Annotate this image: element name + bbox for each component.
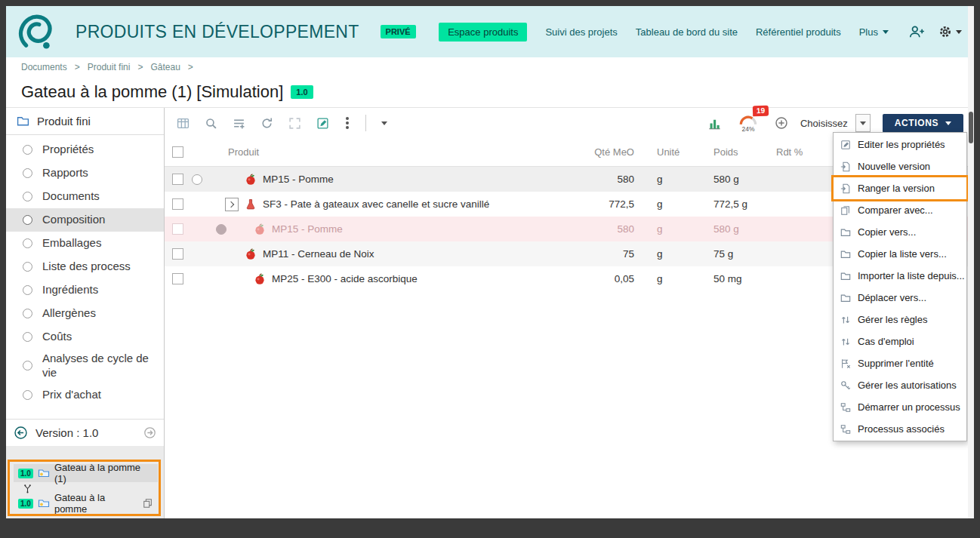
sidebar: Produit fini Propriétés Rapports Documen… (6, 108, 165, 518)
sidebar-root-produit-fini[interactable]: Produit fini (6, 108, 164, 135)
menu-item-cas-d-emploi[interactable]: Cas d'emploi (834, 330, 966, 352)
sidebar-item-composition[interactable]: Composition (6, 208, 164, 232)
header-icons (908, 25, 962, 38)
toolbar-dropdown-icon[interactable] (381, 121, 387, 125)
sidebar-item-emballages[interactable]: Emballages (6, 232, 164, 255)
flask-icon (245, 198, 257, 211)
column-header-produit[interactable]: Produit (186, 146, 542, 158)
nav-plus-menu[interactable]: Plus (859, 26, 889, 38)
unit-value: g (640, 174, 697, 185)
app-window: PRODUITS EN DÉVELOPPEMENT PRIVÉ Espace p… (6, 6, 974, 518)
select-all-checkbox[interactable] (172, 146, 183, 158)
sidebar-item-documents[interactable]: Documents (6, 185, 164, 208)
sidebar-item-prix-achat[interactable]: Prix d'achat (6, 383, 164, 407)
weight-value: 580 g (697, 174, 776, 185)
menu-item-processus-associes[interactable]: Processus associés (834, 418, 966, 440)
row-checkbox[interactable] (172, 174, 183, 185)
menu-item-label: Nouvelle version (858, 161, 930, 172)
top-header-bar: PRODUITS EN DÉVELOPPEMENT PRIVÉ Espace p… (6, 6, 974, 57)
choose-caret-button[interactable] (855, 114, 871, 132)
menu-item-deplacer-vers[interactable]: Déplacer vers... (834, 287, 966, 309)
menu-item-editer-les-proprietes[interactable]: Editer les propriétés (834, 134, 966, 155)
expand-icon[interactable] (288, 117, 301, 130)
menu-item-importer-la-liste-depuis[interactable]: Importer la liste depuis... (834, 265, 966, 287)
menu-item-ranger-la-version[interactable]: Ranger la version (834, 177, 966, 199)
vertical-scrollbar (968, 6, 974, 518)
chevron-right-icon (228, 201, 234, 207)
radio-icon (23, 145, 32, 155)
menu-item-copier-la-liste-vers[interactable]: Copier la liste vers... (834, 243, 966, 265)
column-header-qte-meo[interactable]: Qté MeO (542, 146, 640, 158)
tree-item-gateau-pomme[interactable]: 1.0 Gateau à la pomme (14, 494, 158, 512)
sidebar-item-rapports[interactable]: Rapports (6, 161, 164, 185)
add-circle-icon[interactable] (775, 116, 788, 130)
row-radio-icon[interactable] (192, 174, 202, 185)
row-radio-icon[interactable] (216, 224, 227, 235)
unit-value: g (640, 273, 697, 284)
menu-item-label: Importer la liste depuis... (858, 270, 965, 281)
sidebar-item-label: Propriétés (42, 143, 94, 157)
menu-item-label: Copier vers... (858, 226, 916, 238)
menu-item-comparer-avec[interactable]: Comparer avec... (834, 199, 966, 221)
sidebar-item-label: Prix d'achat (42, 388, 101, 402)
version-tree-panel: 1.0 Gateau à la pomme (1) 1.0 Gateau à l… (6, 446, 164, 518)
choose-dropdown[interactable]: Choisissez (800, 114, 871, 132)
breadcrumb-separator: > (137, 62, 143, 72)
page-title-row: Gateau à la pomme (1) [Simulation] 1.0 (6, 77, 974, 107)
menu-item-nouvelle-version[interactable]: Nouvelle version (834, 155, 966, 177)
nav-tableau-de-bord[interactable]: Tableau de bord du site (636, 26, 738, 38)
menu-item-copier-vers[interactable]: Copier vers... (834, 221, 966, 243)
breadcrumb-produit-fini[interactable]: Produit fini (88, 62, 131, 72)
scrollbar-thumb[interactable] (969, 112, 973, 143)
settings-menu[interactable] (938, 25, 962, 38)
version-badge: 1.0 (291, 85, 313, 99)
add-row-icon[interactable] (233, 117, 245, 130)
export-table-icon[interactable] (177, 117, 190, 130)
version-back-icon[interactable] (14, 426, 28, 440)
row-checkbox[interactable] (172, 223, 183, 235)
chevron-down-icon (883, 30, 889, 34)
more-options-icon[interactable] (346, 121, 349, 125)
nav-suivi-des-projets[interactable]: Suivi des projets (545, 26, 617, 38)
product-name: MP11 - Cerneau de Noix (263, 248, 374, 260)
nav-espace-produits[interactable]: Espace produits (439, 23, 527, 42)
menu-item-label: Supprimer l'entité (858, 358, 934, 369)
nav-referentiel-produits[interactable]: Référentiel produits (756, 26, 841, 38)
breadcrumb-gateau[interactable]: Gâteau (150, 62, 180, 72)
search-icon[interactable] (205, 117, 217, 130)
menu-item-supprimer-l-entite[interactable]: Supprimer l'entité (834, 352, 966, 374)
sidebar-item-liste-des-process[interactable]: Liste des process (6, 255, 164, 278)
sidebar-item-analyses-cycle-vie[interactable]: Analyses de cycle de vie (6, 349, 164, 383)
menu-item-gerer-les-autorisations[interactable]: Gérer les autorisations (834, 374, 966, 396)
folder-icon (38, 467, 50, 479)
menu-item-gerer-les-regles[interactable]: Gérer les règles (834, 309, 966, 330)
column-header-unite[interactable]: Unité (640, 146, 697, 158)
refresh-icon[interactable] (260, 117, 273, 130)
private-badge: PRIVÉ (381, 25, 416, 38)
breadcrumb-separator: > (75, 62, 80, 72)
gear-icon (938, 25, 952, 38)
radio-icon (23, 285, 32, 295)
edit-table-icon[interactable] (316, 117, 329, 130)
tree-item-label: Gateau à la pomme (54, 492, 138, 515)
row-checkbox[interactable] (172, 198, 183, 210)
sidebar-item-proprietes[interactable]: Propriétés (6, 138, 164, 161)
nav-plus-label: Plus (859, 26, 878, 38)
product-name: SF3 - Pate à gateaux avec canelle et suc… (263, 198, 489, 210)
actions-button[interactable]: ACTIONS (883, 114, 963, 133)
version-forward-icon[interactable] (143, 426, 156, 439)
column-header-poids[interactable]: Poids (697, 146, 776, 158)
completion-gauge[interactable]: 24% 19 (734, 113, 763, 133)
add-user-icon[interactable] (908, 25, 925, 38)
menu-item-demarrer-un-processus[interactable]: Démarrer un processus (834, 396, 966, 418)
sidebar-item-couts[interactable]: Coûts (6, 325, 164, 349)
chart-icon[interactable] (707, 116, 722, 131)
edit-properties-icon (840, 140, 851, 150)
sidebar-item-allergenes[interactable]: Allergènes (6, 302, 164, 325)
sidebar-item-ingredients[interactable]: Ingrédients (6, 278, 164, 302)
row-checkbox[interactable] (172, 273, 183, 284)
tree-item-gateau-pomme-1[interactable]: 1.0 Gateau à la pomme (1) (14, 464, 158, 482)
breadcrumb-documents[interactable]: Documents (21, 62, 67, 72)
expand-row-button[interactable] (225, 198, 239, 211)
row-checkbox[interactable] (172, 248, 183, 260)
